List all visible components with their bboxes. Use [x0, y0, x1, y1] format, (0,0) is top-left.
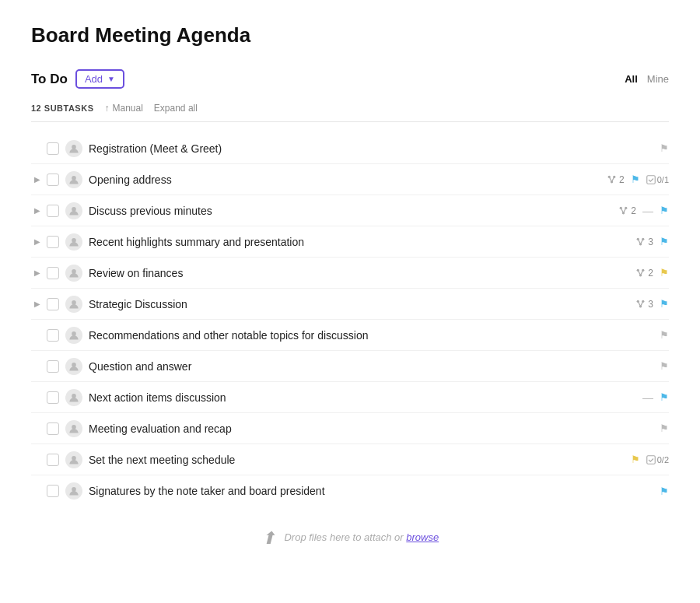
task-avatar	[65, 233, 82, 251]
filter-all[interactable]: All	[625, 73, 638, 85]
task-meta: ⚑	[660, 422, 669, 434]
task-item: Recommendations and other notable topics…	[31, 320, 669, 351]
svg-line-5	[609, 177, 611, 182]
svg-point-20	[72, 269, 76, 274]
task-avatar	[65, 420, 82, 437]
page-title: Board Meeting Agenda	[31, 23, 669, 47]
svg-point-36	[72, 456, 76, 461]
task-meta: 2⚑ 0/1	[607, 174, 669, 185]
svg-point-35	[72, 425, 76, 429]
task-item: Set the next meeting schedule⚑ 0/2	[31, 444, 669, 475]
task-name: Strategic Discussion	[89, 298, 631, 310]
task-checkbox[interactable]	[47, 298, 59, 310]
drop-zone: ⬆ Drop files here to attach or browse	[31, 514, 669, 555]
task-avatar	[65, 389, 82, 406]
task-item: Signatures by the note taker and board p…	[31, 475, 669, 507]
task-name: Set the next meeting schedule	[89, 454, 626, 466]
svg-point-32	[72, 331, 76, 336]
section-left: To Do Add ▼	[31, 69, 124, 89]
task-avatar	[65, 358, 82, 375]
task-avatar	[65, 296, 82, 313]
expand-toggle[interactable]: ▶	[31, 268, 44, 277]
dash-icon: —	[642, 391, 653, 404]
svg-point-38	[72, 487, 76, 492]
add-button[interactable]: Add ▼	[75, 69, 124, 89]
task-item: ▶ Strategic Discussion 3⚑	[31, 289, 669, 320]
upload-icon: ⬆	[261, 528, 275, 548]
svg-rect-37	[646, 455, 655, 464]
svg-point-8	[72, 207, 76, 212]
svg-line-30	[639, 301, 641, 307]
svg-line-18	[639, 239, 641, 244]
task-item: Question and answer⚑	[31, 351, 669, 382]
svg-line-24	[639, 270, 641, 275]
task-item: ▶ Discuss previous minutes 2—⚑	[31, 195, 669, 226]
filter-mine[interactable]: Mine	[647, 73, 669, 85]
task-name: Recommendations and other notable topics…	[89, 329, 655, 342]
task-checkbox[interactable]	[47, 360, 59, 373]
expand-toggle[interactable]: ▶	[31, 206, 44, 215]
task-checkbox[interactable]	[47, 391, 59, 404]
task-checkbox[interactable]	[47, 485, 59, 497]
sort-button[interactable]: ↑ Manual	[104, 103, 142, 114]
task-item: ▶ Opening address 2⚑ 0/1	[31, 164, 669, 195]
task-checkbox[interactable]	[47, 174, 59, 186]
task-checkbox[interactable]	[47, 267, 59, 279]
flag-icon: ⚑	[660, 142, 669, 154]
task-meta: 2⚑	[635, 267, 669, 279]
flag-icon: ⚑	[660, 422, 669, 434]
task-meta: ⚑	[660, 142, 669, 154]
svg-point-0	[72, 145, 76, 149]
flag-icon: ⚑	[631, 174, 640, 185]
subtask-count-badge: 2	[607, 174, 625, 185]
task-avatar	[65, 140, 82, 157]
svg-line-6	[612, 177, 614, 182]
subtask-count-badge: 3	[635, 237, 653, 247]
task-avatar	[65, 265, 82, 282]
subtasks-bar: 12 SUBTASKS ↑ Manual Expand all	[31, 103, 669, 122]
svg-point-33	[72, 363, 76, 367]
task-name: Opening address	[89, 174, 602, 186]
task-name: Signatures by the note taker and board p…	[89, 485, 655, 497]
task-meta: ⚑ 0/2	[631, 454, 669, 465]
task-checkbox[interactable]	[47, 422, 59, 435]
expand-toggle[interactable]: ▶	[31, 175, 44, 184]
task-item: Registration (Meet & Greet)⚑	[31, 133, 669, 164]
flag-icon: ⚑	[631, 454, 640, 465]
task-checkbox[interactable]	[47, 205, 59, 217]
task-name: Question and answer	[89, 360, 655, 373]
task-item: Next action items discussion—⚑	[31, 382, 669, 413]
task-meta: —⚑	[642, 391, 669, 404]
flag-icon: ⚑	[660, 360, 669, 372]
section-title: To Do	[31, 72, 68, 87]
task-checkbox[interactable]	[47, 454, 59, 466]
svg-line-19	[641, 239, 643, 244]
section-header: To Do Add ▼ All Mine	[31, 69, 669, 89]
task-checkbox[interactable]	[47, 236, 59, 248]
task-avatar	[65, 482, 82, 500]
svg-line-25	[641, 270, 643, 275]
svg-point-26	[72, 300, 76, 305]
sort-arrow-icon: ↑	[104, 103, 109, 114]
browse-link[interactable]: browse	[406, 531, 439, 543]
task-meta: ⚑	[660, 329, 669, 341]
task-name: Registration (Meet & Greet)	[89, 142, 655, 155]
expand-toggle[interactable]: ▶	[31, 237, 44, 246]
flag-icon: ⚑	[660, 205, 669, 216]
task-checkbox[interactable]	[47, 329, 59, 342]
expand-all-button[interactable]: Expand all	[154, 103, 198, 114]
task-item: ▶ Recent highlights summary and presenta…	[31, 226, 669, 258]
subtask-count-badge: 3	[635, 299, 653, 310]
subtask-count-badge: 2	[635, 268, 653, 279]
expand-toggle[interactable]: ▶	[31, 300, 44, 308]
task-meta: ⚑	[660, 360, 669, 372]
svg-rect-7	[646, 175, 655, 184]
task-name: Review on finances	[89, 267, 631, 279]
task-name: Recent highlights summary and presentati…	[89, 236, 631, 248]
drop-text: Drop files here to attach or	[284, 531, 403, 543]
svg-point-14	[72, 238, 76, 243]
task-item: ▶ Review on finances 2⚑	[31, 258, 669, 289]
task-checkbox[interactable]	[47, 142, 59, 155]
task-avatar	[65, 451, 82, 468]
flag-icon: ⚑	[660, 236, 669, 247]
